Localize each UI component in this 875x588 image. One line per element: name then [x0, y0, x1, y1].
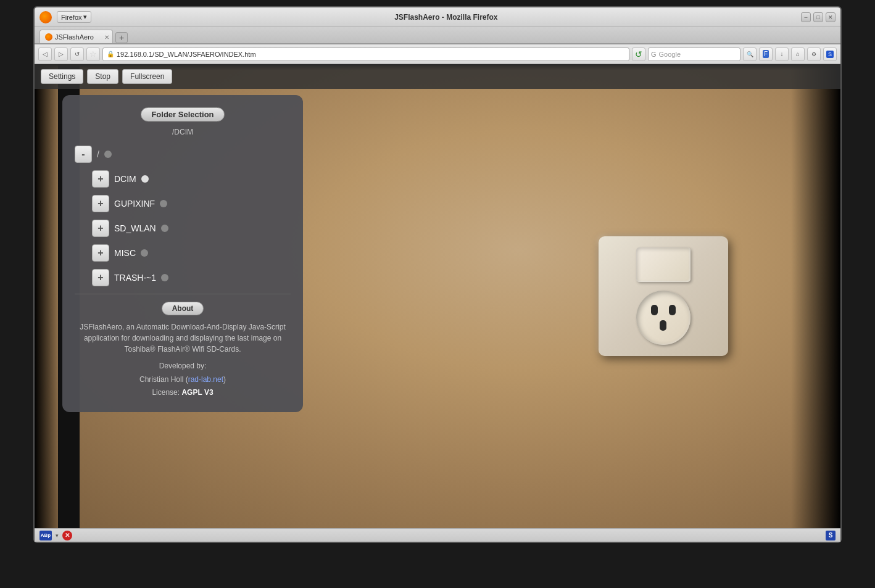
developed-by-label: Developed by:: [159, 362, 207, 370]
extra-icon: ⚙: [811, 51, 816, 57]
root-dot-indicator: [104, 151, 112, 158]
stop-button[interactable]: Stop: [87, 69, 118, 84]
gupixinf-folder-name: GUPIXINF: [114, 199, 155, 209]
new-tab-icon: +: [119, 33, 124, 43]
forward-button[interactable]: [54, 48, 68, 61]
license-label: License:: [152, 388, 181, 397]
folder-selection-badge: Folder Selection: [141, 107, 224, 122]
side-panel: Folder Selection /DCIM - / + DCIM + GUPI…: [62, 95, 303, 412]
view-source-button[interactable]: 🔍: [743, 48, 757, 61]
root-collapse-button[interactable]: -: [75, 146, 92, 163]
search-text: Google: [659, 51, 681, 58]
panel-header: Folder Selection: [75, 107, 291, 122]
bookmark-star[interactable]: ☆: [86, 48, 100, 61]
extra-button[interactable]: ⚙: [807, 48, 821, 61]
misc-expand-button[interactable]: +: [92, 244, 109, 262]
security-icon: S: [826, 51, 834, 58]
dark-left-overlay: [35, 64, 59, 528]
folder-separator: /: [97, 149, 99, 159]
author-link: rad-lab.net: [188, 375, 223, 384]
firefox-icon: [39, 11, 52, 23]
adblock-label: ABp: [41, 532, 51, 538]
author-end: ): [223, 375, 226, 384]
license-value: AGPL V3: [181, 388, 213, 397]
spyware-label: S: [829, 532, 833, 539]
refresh-button[interactable]: [70, 48, 84, 61]
outlet-image: [599, 236, 728, 356]
trash-expand-button[interactable]: +: [92, 269, 109, 286]
address-text: 192.168.0.1/SD_WLAN/JSFAERO/INDEX.htm: [117, 51, 256, 58]
outlet-top-holes: [651, 305, 676, 315]
about-description: JSFlashAero, an Automatic Download-And-D…: [75, 321, 291, 355]
home-button[interactable]: [791, 48, 805, 61]
root-row: - /: [75, 146, 291, 163]
bookmark-icon: ☆: [89, 49, 97, 59]
about-section: About JSFlashAero, an Automatic Download…: [75, 302, 291, 400]
page-refresh-button[interactable]: ↺: [632, 48, 645, 61]
dcim-folder-name: DCIM: [114, 174, 136, 184]
folder-row-sdwlan: + SD_WLAN: [92, 220, 291, 237]
view-source-icon: 🔍: [747, 51, 753, 57]
minimize-icon: –: [804, 14, 807, 20]
download-button[interactable]: ↓: [775, 48, 789, 61]
lock-icon: 🔒: [107, 51, 114, 57]
panel-separator: [75, 294, 291, 294]
browser-content: Settings Stop Fullscreen Folder Selectio…: [35, 64, 840, 528]
window-controls: – □ ✕: [801, 12, 836, 22]
outlet-ground-hole: [660, 320, 666, 331]
gupixinf-expand-button[interactable]: +: [92, 195, 109, 212]
search-icon: G: [651, 51, 657, 58]
download-icon: ↓: [781, 51, 784, 57]
dcim-dot-indicator: [141, 175, 149, 183]
close-button[interactable]: ✕: [826, 12, 836, 22]
author-label: Christian Holl (rad-lab.net): [139, 375, 226, 384]
address-bar[interactable]: 🔒 192.168.0.1/SD_WLAN/JSFAERO/INDEX.htm: [102, 48, 629, 61]
dark-right-overlay: [791, 64, 840, 528]
trash-dot-indicator: [161, 274, 168, 281]
gupixinf-dot-indicator: [160, 200, 167, 207]
author-name: Christian Holl (: [139, 375, 188, 384]
fullscreen-button[interactable]: Fullscreen: [122, 69, 172, 84]
browser-titlebar: Firefox ▾ JSFlashAero - Mozilla Firefox …: [35, 7, 840, 27]
tab-favicon: [45, 33, 52, 41]
settings-button[interactable]: Settings: [41, 69, 83, 84]
maximize-button[interactable]: □: [813, 12, 823, 22]
active-tab[interactable]: JSFlashAero ✕: [39, 30, 113, 43]
folder-row-dcim: + DCIM: [92, 170, 291, 188]
folder-row-trash: + TRASH-~1: [92, 269, 291, 286]
spyware-icon: S: [826, 531, 836, 540]
folder-row-gupixinf: + GUPIXINF: [92, 195, 291, 212]
back-button[interactable]: [38, 48, 52, 61]
search-box[interactable]: G Google: [648, 48, 740, 61]
misc-dot-indicator: [141, 249, 148, 257]
minimize-button[interactable]: –: [801, 12, 811, 22]
browser-toolbar: ☆ 🔒 192.168.0.1/SD_WLAN/JSFAERO/INDEX.ht…: [35, 44, 840, 64]
browser-title: JSFlashAero - Mozilla Firefox: [96, 13, 796, 22]
firefox-menu-chevron: ▾: [83, 13, 87, 21]
new-tab-button[interactable]: +: [115, 32, 128, 43]
misc-folder-name: MISC: [114, 248, 136, 258]
maximize-icon: □: [816, 14, 819, 20]
close-icon: ✕: [828, 14, 833, 20]
app-toolbar: Settings Stop Fullscreen: [35, 64, 840, 89]
firefox-menu-label: Firefox: [61, 14, 82, 21]
folder-row-misc: + MISC: [92, 244, 291, 262]
sync-button[interactable]: F: [759, 48, 773, 61]
dcim-expand-button[interactable]: +: [92, 170, 109, 188]
addon-chevron: ▾: [56, 532, 59, 539]
security-button[interactable]: S: [823, 48, 837, 61]
error-symbol: ✕: [65, 532, 70, 539]
power-outlet: [636, 291, 690, 345]
about-developed-by: Developed by: Christian Holl (rad-lab.ne…: [75, 360, 291, 400]
tab-close-icon[interactable]: ✕: [104, 33, 109, 40]
status-error-icon: ✕: [62, 531, 72, 540]
sdwlan-expand-button[interactable]: +: [92, 220, 109, 237]
tab-label: JSFlashAero: [55, 33, 94, 41]
sync-icon: F: [763, 50, 769, 58]
light-switch: [636, 247, 690, 282]
browser-tabbar: JSFlashAero ✕ +: [35, 27, 840, 44]
about-badge: About: [162, 302, 204, 315]
browser-window: Firefox ▾ JSFlashAero - Mozilla Firefox …: [33, 6, 842, 543]
firefox-menu-button[interactable]: Firefox ▾: [57, 11, 91, 23]
adblock-addon-icon: ABp: [39, 531, 52, 540]
